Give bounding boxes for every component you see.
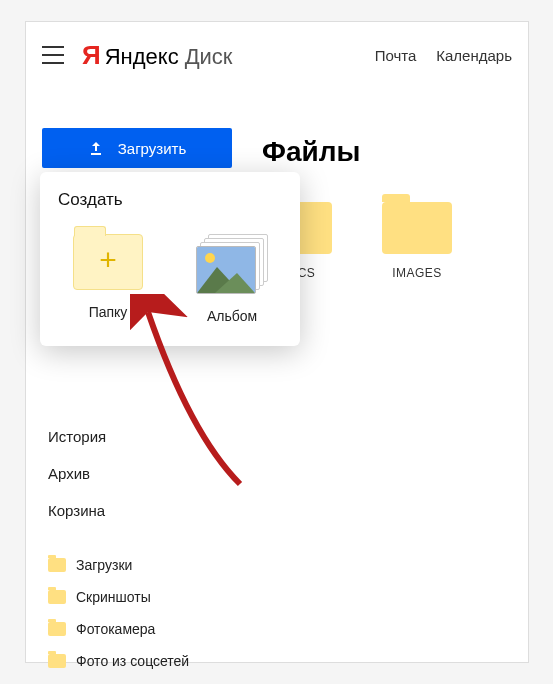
logo-mark: Я bbox=[82, 40, 101, 71]
file-item-images[interactable]: IMAGES bbox=[382, 202, 452, 280]
folder-icon bbox=[382, 202, 452, 254]
menu-icon[interactable] bbox=[42, 46, 64, 64]
option-label: Альбом bbox=[207, 308, 257, 324]
create-popup: Создать Папку Альбом bbox=[40, 172, 300, 346]
folder-icon bbox=[48, 558, 66, 572]
sidebar-item-archive[interactable]: Архив bbox=[42, 455, 242, 492]
album-icon bbox=[196, 234, 268, 294]
upload-label: Загрузить bbox=[118, 140, 187, 157]
mail-link[interactable]: Почта bbox=[375, 47, 417, 64]
logo[interactable]: Я Яндекс Диск bbox=[82, 40, 233, 71]
file-label: IMAGES bbox=[392, 266, 442, 280]
upload-button[interactable]: Загрузить bbox=[42, 128, 232, 168]
create-album-option[interactable]: Альбом bbox=[187, 234, 277, 324]
folder-label: Загрузки bbox=[76, 557, 132, 573]
header-links: Почта Календарь bbox=[375, 47, 512, 64]
page-title: Файлы bbox=[262, 136, 512, 168]
header: Я Яндекс Диск Почта Календарь bbox=[26, 22, 528, 88]
folder-label: Скриншоты bbox=[76, 589, 151, 605]
popup-title: Создать bbox=[58, 190, 282, 210]
nav-list: История Архив Корзина bbox=[42, 418, 242, 529]
folder-icon bbox=[48, 590, 66, 604]
sidebar-folder-social[interactable]: Фото из соцсетей bbox=[42, 645, 242, 677]
logo-brand: Яндекс bbox=[105, 44, 179, 70]
calendar-link[interactable]: Календарь bbox=[436, 47, 512, 64]
option-label: Папку bbox=[89, 304, 128, 320]
folder-icon bbox=[48, 654, 66, 668]
popup-items: Папку Альбом bbox=[58, 234, 282, 324]
sidebar-folder-camera[interactable]: Фотокамера bbox=[42, 613, 242, 645]
folder-label: Фото из соцсетей bbox=[76, 653, 189, 669]
folder-icon bbox=[48, 622, 66, 636]
new-folder-icon bbox=[73, 234, 143, 290]
sidebar-item-trash[interactable]: Корзина bbox=[42, 492, 242, 529]
folder-label: Фотокамера bbox=[76, 621, 155, 637]
create-folder-option[interactable]: Папку bbox=[63, 234, 153, 324]
upload-icon bbox=[88, 140, 104, 156]
sidebar-folder-screenshots[interactable]: Скриншоты bbox=[42, 581, 242, 613]
sidebar-item-history[interactable]: История bbox=[42, 418, 242, 455]
logo-product: Диск bbox=[185, 44, 233, 70]
folder-list: Загрузки Скриншоты Фотокамера Фото из со… bbox=[42, 549, 242, 677]
sidebar-folder-downloads[interactable]: Загрузки bbox=[42, 549, 242, 581]
